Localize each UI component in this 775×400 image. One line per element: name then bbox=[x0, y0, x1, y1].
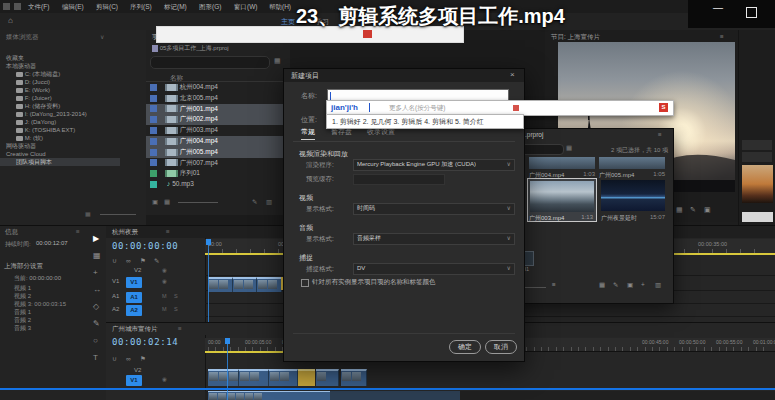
play-icon[interactable]: ✎ bbox=[690, 206, 696, 214]
hand-tool[interactable]: ○ bbox=[93, 336, 98, 345]
file-row[interactable]: 广州003.mp4 bbox=[146, 125, 290, 136]
tree-drive-d[interactable]: D: (Jucci) bbox=[0, 78, 146, 86]
video-clip[interactable] bbox=[233, 277, 257, 292]
media-browser-tab[interactable]: 媒体浏览器 bbox=[6, 33, 39, 42]
track-v2-label[interactable]: V2 bbox=[134, 267, 141, 273]
menu-clip[interactable]: 剪辑(C) bbox=[96, 0, 118, 13]
timeline-settings-icon[interactable]: ✎ bbox=[154, 257, 159, 265]
project-toolbar-bin-icon[interactable]: ▣ bbox=[152, 198, 158, 206]
ime-candidates-text[interactable]: 1. 剪辑好 2. 见几何 3. 剪辑后 4. 剪辑和 5. 简介红 bbox=[332, 117, 484, 127]
list-view-icon[interactable]: ▦ bbox=[85, 210, 91, 217]
tree-drive-e[interactable]: E: (Work) bbox=[0, 86, 146, 94]
menu-sequence[interactable]: 序列(S) bbox=[130, 0, 152, 13]
tree-creative-cloud[interactable]: Creative Cloud bbox=[0, 150, 146, 158]
file-row-selected[interactable]: 广州004.mp4 bbox=[146, 136, 290, 147]
zoom-slider[interactable] bbox=[100, 214, 136, 215]
menu-marker[interactable]: 标记(M) bbox=[164, 0, 187, 13]
minimize-button[interactable]: — bbox=[713, 2, 723, 13]
timeline-a-timecode[interactable]: 00:00:00:00 bbox=[112, 241, 178, 251]
video-clip[interactable] bbox=[269, 369, 298, 386]
file-row[interactable]: 杭州004.mp4 bbox=[146, 82, 290, 93]
automate-icon[interactable]: ▦ bbox=[599, 281, 605, 289]
sort-icon[interactable]: ≡ bbox=[552, 281, 556, 288]
video-clip[interactable] bbox=[239, 369, 269, 386]
menu-file[interactable]: 文件(F) bbox=[28, 0, 49, 13]
tree-drive-j[interactable]: J: (DaYong) bbox=[0, 118, 146, 126]
file-row-selected[interactable]: 广州001.mp4 bbox=[146, 104, 290, 115]
slip-tool[interactable]: ↔ bbox=[93, 285, 101, 294]
dialog-titlebar[interactable] bbox=[284, 69, 524, 82]
tree-drive-f[interactable]: F: (Juicer) bbox=[0, 94, 146, 102]
video-clip-yellow[interactable] bbox=[298, 369, 315, 386]
video-clip[interactable] bbox=[208, 277, 233, 292]
track-v1-eye-icon[interactable]: ◉ bbox=[162, 376, 167, 382]
new-bin-icon[interactable]: ▣ bbox=[627, 281, 633, 289]
chevron-down-icon[interactable]: ∨ bbox=[100, 33, 104, 40]
info-panel-tab[interactable]: 信息 bbox=[5, 228, 18, 237]
tree-local-drives[interactable]: 本地驱动器 bbox=[0, 62, 146, 70]
filter-icon[interactable]: ▦ bbox=[274, 57, 281, 65]
razor-tool[interactable]: ◇ bbox=[93, 302, 99, 311]
export-frame-icon[interactable]: ▦ bbox=[676, 206, 683, 214]
file-row-selected[interactable]: 广州005.mp4 bbox=[146, 147, 290, 158]
panel-menu-icon[interactable]: ≡ bbox=[658, 131, 662, 138]
track-v1-target-button[interactable]: V1 bbox=[126, 277, 142, 288]
track-a1-mute-button[interactable]: M bbox=[162, 293, 167, 299]
tab-general[interactable]: 常规 bbox=[301, 127, 315, 140]
renderer-dropdown[interactable]: Mercury Playback Engine GPU 加速 (CUDA)∨ bbox=[353, 159, 515, 171]
file-row-selected[interactable]: 广州002.mp4 bbox=[146, 114, 290, 125]
track-a2-source-label[interactable]: A2 bbox=[112, 306, 119, 312]
new-item-icon[interactable]: + bbox=[641, 281, 645, 288]
marker-icon[interactable]: ⚑ bbox=[140, 355, 146, 363]
search-input[interactable] bbox=[150, 56, 270, 69]
timeline-b-tab[interactable]: 广州城市宣传片 bbox=[112, 325, 158, 334]
close-icon[interactable]: × bbox=[510, 70, 515, 79]
timeline-b-timecode[interactable]: 00:00:02:14 bbox=[112, 337, 178, 347]
track-select-tool[interactable]: ▦ bbox=[93, 251, 101, 260]
file-row[interactable]: 广州007.mp4 bbox=[146, 158, 290, 169]
tree-drive-c[interactable]: C: (本地磁盘) bbox=[0, 70, 146, 78]
list-item[interactable] bbox=[742, 152, 772, 162]
pen-tool[interactable]: ✎ bbox=[93, 319, 100, 328]
type-tool[interactable]: T bbox=[93, 353, 98, 362]
menu-help[interactable]: 帮助(H) bbox=[269, 0, 291, 13]
media-thumbnail[interactable] bbox=[601, 180, 665, 211]
list-item[interactable] bbox=[742, 140, 772, 150]
panel-menu-icon[interactable]: ≡ bbox=[720, 33, 724, 40]
file-row[interactable]: 北京005.mp4 bbox=[146, 93, 290, 104]
cancel-button[interactable]: 取消 bbox=[485, 340, 517, 354]
program-monitor-tab[interactable]: 节目: 上海宣传片 bbox=[551, 33, 600, 42]
home-icon[interactable]: ⌂ bbox=[8, 16, 13, 25]
tree-drive-h[interactable]: H: (储存资料) bbox=[0, 102, 146, 110]
tree-team-projects[interactable]: 团队项目脚本 bbox=[0, 158, 120, 166]
tree-drive-m[interactable]: M: (软) bbox=[0, 134, 146, 142]
menu-edit[interactable]: 编辑(E) bbox=[62, 0, 84, 13]
ripple-edit-tool[interactable]: + bbox=[93, 268, 98, 277]
menu-window[interactable]: 窗口(W) bbox=[234, 0, 257, 13]
panel-menu-icon[interactable]: ≡ bbox=[178, 325, 182, 332]
panel-menu-icon[interactable]: ≡ bbox=[166, 228, 170, 235]
project-file-row[interactable]: 05多项目工作_上海.prproj bbox=[152, 44, 229, 53]
project-toolbar-pencil-icon[interactable]: ✎ bbox=[252, 198, 257, 206]
ime-candidates-bar[interactable]: 1. 剪辑好 2. 见几何 3. 剪辑后 4. 剪辑和 5. 简介红 bbox=[326, 114, 524, 129]
linked-selection-icon[interactable]: ∞ bbox=[126, 257, 131, 264]
track-v1-source-label[interactable]: V1 bbox=[112, 278, 119, 284]
track-a2-target-button[interactable]: A2 bbox=[126, 305, 142, 316]
display-names-checkbox[interactable] bbox=[301, 279, 309, 287]
track-a1-solo-button[interactable]: S bbox=[174, 293, 178, 299]
tree-drive-k[interactable]: K: (TOSHIBA EXT) bbox=[0, 126, 146, 134]
video-clip[interactable] bbox=[208, 369, 239, 386]
sogou-logo-icon[interactable]: S bbox=[659, 103, 668, 112]
project-zoom-slider[interactable] bbox=[178, 202, 218, 203]
media-thumbnail-partial[interactable] bbox=[529, 157, 595, 169]
list-item-light[interactable] bbox=[742, 212, 773, 222]
track-a1-source-label[interactable]: A1 bbox=[112, 293, 119, 299]
track-a2-solo-button[interactable]: S bbox=[174, 306, 178, 312]
track-v1-eye-icon[interactable]: ◉ bbox=[162, 278, 167, 284]
project-toolbar-trash-icon[interactable]: ▥ bbox=[266, 198, 272, 206]
tree-network-drives[interactable]: 网络驱动器 bbox=[0, 142, 146, 150]
video-clip-plain[interactable] bbox=[330, 391, 460, 400]
track-a2-mute-button[interactable]: M bbox=[162, 306, 167, 312]
media-thumbnail-partial[interactable] bbox=[599, 157, 665, 169]
track-v2-eye-icon[interactable]: ◉ bbox=[162, 267, 167, 273]
